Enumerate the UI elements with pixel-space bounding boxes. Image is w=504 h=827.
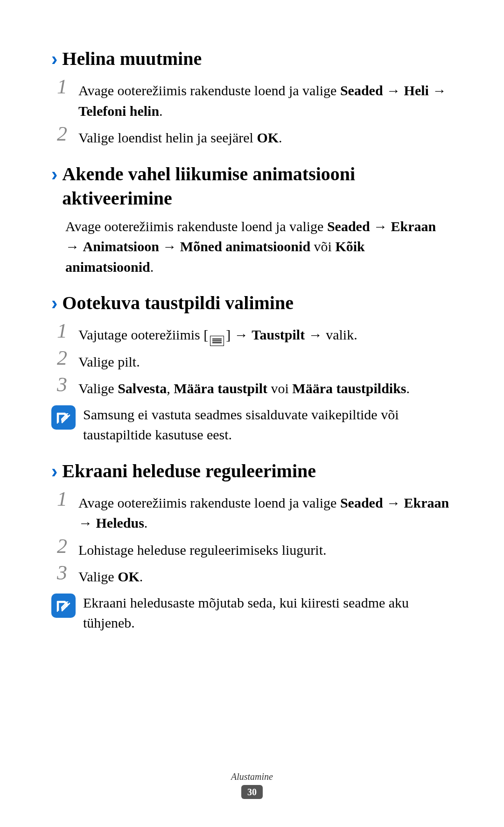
heading-text: Helina muutmine: [62, 47, 202, 71]
footer-section-label: Alustamine: [0, 771, 504, 782]
chevron-right-icon: ›: [51, 47, 57, 71]
chevron-right-icon: ›: [51, 459, 57, 483]
chevron-right-icon: ›: [51, 291, 57, 315]
document-content: ›Helina muutmine1Avage ooterežiimis rake…: [51, 47, 453, 633]
step-number: 3: [57, 563, 70, 583]
step-text: Valige OK.: [78, 563, 143, 587]
step-number: 1: [57, 77, 70, 97]
step-text: Valige Salvesta, Määra taustpilt voi Mää…: [78, 375, 410, 399]
menu-icon: [210, 331, 224, 341]
step-item: 2Lohistage heleduse reguleerimiseks liug…: [51, 536, 453, 560]
page-footer: Alustamine 30: [0, 771, 504, 799]
section-heading: ›Akende vahel liikumise animatsiooni akt…: [51, 162, 453, 211]
step-number: 2: [57, 124, 70, 144]
heading-text: Akende vahel liikumise animatsiooni akti…: [62, 162, 453, 211]
note-icon: [51, 405, 76, 430]
step-text: Valige pilt.: [78, 348, 140, 372]
body-paragraph: Avage ooterežiimis rakenduste loend ja v…: [51, 216, 453, 277]
step-item: 2Valige loendist helin ja seejärel OK.: [51, 124, 453, 148]
section-heading: ›Ootekuva taustpildi valimine: [51, 291, 453, 315]
step-text: Valige loendist helin ja seejärel OK.: [78, 124, 282, 148]
step-item: 3Valige OK.: [51, 563, 453, 587]
step-item: 2Valige pilt.: [51, 348, 453, 372]
step-number: 1: [57, 321, 70, 341]
step-number: 1: [57, 489, 70, 509]
page-number-badge: 30: [241, 785, 263, 799]
heading-text: Ootekuva taustpildi valimine: [62, 291, 294, 315]
chevron-right-icon: ›: [51, 162, 57, 186]
note-icon: [51, 594, 76, 618]
step-item: 1Vajutage ooterežiimis [] → Taustpilt → …: [51, 321, 453, 345]
section-heading: ›Helina muutmine: [51, 47, 453, 71]
step-text: Avage ooterežiimis rakenduste loend ja v…: [78, 489, 453, 533]
step-number: 2: [57, 536, 70, 557]
step-text: Lohistage heleduse reguleerimiseks liugu…: [78, 536, 327, 560]
note-block: Samsung ei vastuta seadmes sisalduvate v…: [51, 403, 453, 445]
step-number: 3: [57, 375, 70, 395]
note-block: Ekraani heledusaste mõjutab seda, kui ki…: [51, 592, 453, 633]
step-item: 1Avage ooterežiimis rakenduste loend ja …: [51, 77, 453, 121]
section-heading: ›Ekraani heleduse reguleerimine: [51, 459, 453, 483]
note-text: Ekraani heledusaste mõjutab seda, kui ki…: [83, 592, 453, 633]
note-text: Samsung ei vastuta seadmes sisalduvate v…: [83, 403, 453, 445]
heading-text: Ekraani heleduse reguleerimine: [62, 459, 316, 483]
step-text: Vajutage ooterežiimis [] → Taustpilt → v…: [78, 321, 357, 345]
step-item: 3Valige Salvesta, Määra taustpilt voi Mä…: [51, 375, 453, 399]
step-text: Avage ooterežiimis rakenduste loend ja v…: [78, 77, 453, 121]
step-number: 2: [57, 348, 70, 368]
step-item: 1Avage ooterežiimis rakenduste loend ja …: [51, 489, 453, 533]
